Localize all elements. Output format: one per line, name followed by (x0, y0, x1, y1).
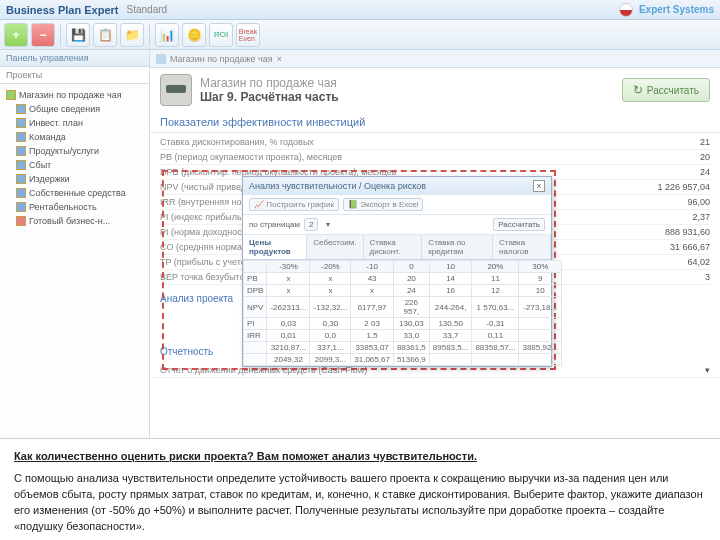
app-name: Business Plan Expert (6, 4, 119, 16)
dialog-titlebar: Анализ чувствительности / Оценка рисков … (243, 177, 551, 195)
factor-tab[interactable]: Цены продуктов (243, 235, 307, 259)
home-icon[interactable] (156, 54, 166, 64)
tree-item[interactable]: Готовый бизнес-н... (2, 214, 147, 228)
page-select[interactable]: 2 (304, 218, 318, 231)
metric-row: PB (период окупаемости проекта), месяцев… (160, 150, 710, 165)
break-button[interactable]: BreakEven (236, 23, 260, 47)
tree-item[interactable]: Магазин по продаже чая (2, 88, 147, 102)
export-excel-button[interactable]: 📗 Экспорт в Excel (343, 198, 424, 211)
tree-icon (16, 160, 26, 170)
tree-item[interactable]: Команда (2, 130, 147, 144)
tree-icon (16, 132, 26, 142)
sidebar: Панель управления Проекты Магазин по про… (0, 50, 150, 438)
tree-item[interactable]: Общие сведения (2, 102, 147, 116)
tree-icon (6, 90, 16, 100)
tree-item[interactable]: Сбыт (2, 158, 147, 172)
tree-icon (16, 216, 26, 226)
help-body: С помощью анализа чувствительности опред… (14, 471, 706, 535)
sensitivity-grid: -30%-20%-1001020%30%PBxx432014119DPBxxx2… (243, 260, 562, 366)
dialog-controls: по страницам 2 ▾ Рассчитать (243, 215, 551, 235)
calculator-icon (160, 74, 192, 106)
factor-tab[interactable]: Ставка по кредитам (422, 235, 493, 259)
tab-label[interactable]: Магазин по продаже чая (170, 54, 273, 64)
step-title: Шаг 9. Расчётная часть (200, 90, 339, 104)
factor-tab[interactable]: Ставка налогов (493, 235, 551, 259)
title-bar: Business Plan Expert Standard Expert Sys… (0, 0, 720, 20)
step-header: Магазин по продаже чая Шаг 9. Расчётная … (150, 68, 720, 112)
factor-tabs: Цены продуктовСебестоим.Ставка дисконт.С… (243, 235, 551, 260)
pages-label: по страницам (249, 220, 300, 229)
sidebar-group: Проекты (0, 67, 149, 84)
tree-icon (16, 202, 26, 212)
metric-row: Ставка дисконтирования, % годовых21 (160, 135, 710, 150)
save-button[interactable]: 💾 (66, 23, 90, 47)
tree-icon (16, 118, 26, 128)
dialog-toolbar: 📈 Построить график 📗 Экспорт в Excel (243, 195, 551, 215)
remove-button[interactable]: − (31, 23, 55, 47)
tree-icon (16, 188, 26, 198)
tree-item[interactable]: Инвест. план (2, 116, 147, 130)
tree-item[interactable]: Издержки (2, 172, 147, 186)
close-icon[interactable]: × (533, 180, 545, 192)
coins-button[interactable]: 🪙 (182, 23, 206, 47)
copy-button[interactable]: 📋 (93, 23, 117, 47)
app-mode: Standard (127, 4, 168, 15)
project-tree: Магазин по продаже чаяОбщие сведенияИнве… (0, 84, 149, 232)
tab-close-icon[interactable]: × (277, 54, 282, 64)
folder-button[interactable]: 📁 (120, 23, 144, 47)
build-chart-button[interactable]: 📈 Построить график (249, 198, 339, 211)
brand-label: Expert Systems (639, 4, 714, 15)
tree-item[interactable]: Продукты/услуги (2, 144, 147, 158)
tree-icon (16, 174, 26, 184)
add-button[interactable]: + (4, 23, 28, 47)
project-title: Магазин по продаже чая (200, 76, 339, 90)
dialog-title: Анализ чувствительности / Оценка рисков (249, 181, 426, 191)
tree-icon (16, 104, 26, 114)
roi-button[interactable]: ROI (209, 23, 233, 47)
recalculate-button[interactable]: Рассчитать (622, 78, 710, 102)
help-lead: Как количественно оценить риски проекта?… (14, 449, 706, 465)
recalc-button[interactable]: Рассчитать (493, 218, 545, 231)
tab-strip: Магазин по продаже чая × (150, 50, 720, 68)
tree-item[interactable]: Рентабельность (2, 200, 147, 214)
factor-tab[interactable]: Себестоим. (307, 235, 363, 259)
section-efficiency[interactable]: Показатели эффективности инвестиций (150, 112, 720, 133)
help-panel: Как количественно оценить риски проекта?… (0, 438, 720, 540)
tree-icon (16, 146, 26, 156)
tree-item[interactable]: Собственные средства (2, 186, 147, 200)
globe-icon[interactable] (619, 3, 633, 17)
main-toolbar: + − 💾 📋 📁 📊 🪙 ROI BreakEven (0, 20, 720, 50)
chart-button[interactable]: 📊 (155, 23, 179, 47)
sensitivity-dialog: Анализ чувствительности / Оценка рисков … (242, 176, 552, 367)
sidebar-header: Панель управления (0, 50, 149, 67)
factor-tab[interactable]: Ставка дисконт. (364, 235, 423, 259)
